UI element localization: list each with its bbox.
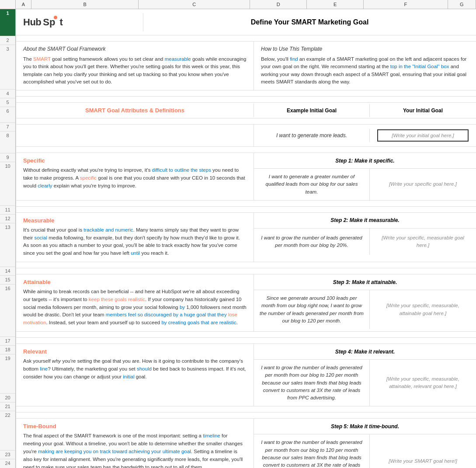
row-9-spacer <box>16 147 476 153</box>
row-num-2[interactable]: 2 <box>0 36 15 45</box>
col-header-a[interactable]: A <box>16 0 31 9</box>
col-header-e[interactable]: E <box>307 0 364 9</box>
row-num-3[interactable]: 3 <box>0 45 15 90</box>
row-num-15[interactable]: 15 <box>0 276 15 284</box>
step3-content: Since we generate around 100 leads per m… <box>254 290 476 329</box>
step3-header: Step 3: Make it attainable. <box>254 274 476 290</box>
row-num-7[interactable]: 7 <box>0 123 15 132</box>
row-num-6[interactable]: 6 <box>0 107 15 123</box>
row-num-21[interactable]: 21 <box>0 402 15 411</box>
left-intro-body: The SMART goal setting framework allows … <box>23 55 247 86</box>
row-num-17[interactable]: 17 <box>0 337 15 346</box>
step5-your[interactable]: [Write your SMART goal here!] <box>370 434 476 468</box>
hl14: initial <box>123 374 134 379</box>
specific-left: Specific Without defining exactly what y… <box>16 153 254 200</box>
step2-content: I want to grow the number of leads gener… <box>254 229 476 255</box>
hl16: making are keeping you on track toward a… <box>38 449 191 454</box>
hl12: line <box>40 366 48 371</box>
row-21-spacer <box>16 413 476 419</box>
smart-header-right: Example Initial Goal Your Initial Goal <box>254 104 476 117</box>
measurable-left: Measurable It's crucial that your goal i… <box>16 213 254 262</box>
left-empty-8 <box>16 125 254 146</box>
page-title: Define Your SMART Marketing Goal <box>143 15 476 30</box>
timebound-left: Time-Bound The final aspect of the SMART… <box>16 419 254 468</box>
timebound-label: Time-Bound <box>23 423 247 430</box>
example-initial-goal: I want to generate more leads. <box>254 129 370 142</box>
column-headers: A B C D E F G <box>0 0 476 9</box>
step4-your[interactable]: [Write your specific, measurable, attain… <box>370 360 476 406</box>
row-num-20[interactable]: 20 <box>0 394 15 402</box>
right-intro-title: How to Use This Template <box>261 46 469 52</box>
row-num-10[interactable]: 10 <box>0 162 15 206</box>
hubspot-sp: Sp <box>43 17 55 28</box>
hubspot-logo: Hub Sp t <box>23 17 63 28</box>
title-row: Hub Sp t Define Your SMART Marketing Goa… <box>16 9 476 35</box>
row-num-14[interactable]: 14 <box>0 267 15 276</box>
row-num-13[interactable]: 13 <box>0 223 15 267</box>
content-area: 1 2 3 4 5 6 7 8 9 10 11 12 13 14 15 16 1… <box>0 9 476 468</box>
your-initial-goal-input[interactable]: [Write your initial goal here.] <box>377 129 468 142</box>
row-2-spacer <box>16 35 476 42</box>
row-7-spacer <box>16 118 476 125</box>
why-italic: why <box>52 358 61 364</box>
step1-label: Step 1: Make it specific. <box>335 158 394 164</box>
step1-your[interactable]: [Write your specific goal here.] <box>370 169 476 200</box>
row-num-24[interactable]: 24 <box>0 459 15 468</box>
row-17-spacer <box>16 332 476 338</box>
row-num-1[interactable]: 1 <box>0 9 15 36</box>
hl15: timeline <box>203 433 220 438</box>
hubspot-text-1: Hub <box>23 17 41 28</box>
right-intro-body: Below, you'll find an example of a SMART… <box>261 55 469 86</box>
row-num-23[interactable]: 23 <box>0 451 15 459</box>
col-header-g[interactable]: G <box>448 0 476 9</box>
hubspot-dot-icon <box>54 16 57 19</box>
smart-highlight: SMART <box>33 56 51 62</box>
hl8: by <box>180 305 185 310</box>
col-header-d[interactable]: D <box>250 0 307 9</box>
hl7: keep these goals realistic <box>89 297 145 302</box>
step1-example: I want to generate a greater number of q… <box>254 169 370 200</box>
row-num-5[interactable]: 5 <box>0 98 15 107</box>
row-num-22[interactable]: 22 <box>0 411 15 451</box>
step-specific-row: Specific Without defining exactly what y… <box>16 153 476 201</box>
step4-example: I want to grow the number of leads gener… <box>254 360 370 406</box>
row-num-4[interactable]: 4 <box>0 90 15 98</box>
row-num-18[interactable]: 18 <box>0 346 15 354</box>
col-header-b[interactable]: B <box>31 0 139 9</box>
hl3: clearly <box>38 183 52 188</box>
row-20-spacer <box>16 406 476 413</box>
row-num-8[interactable]: 8 <box>0 132 15 153</box>
step3-your[interactable]: [Write your specific, measurable, attain… <box>370 290 476 329</box>
hl1: difficult to outline the steps <box>152 167 211 173</box>
step5-header: Step 5: Make it time-bound. <box>254 419 476 434</box>
col-header-f[interactable]: F <box>364 0 448 9</box>
relevant-right: Step 4: Make it relevant. I want to grow… <box>254 344 476 406</box>
row-num-16[interactable]: 16 <box>0 284 15 337</box>
row-num-19[interactable]: 19 <box>0 354 15 394</box>
timebound-right: Step 5: Make it time-bound. I want to gr… <box>254 419 476 468</box>
logo-cell: Hub Sp t <box>16 13 143 31</box>
hl13: should <box>137 366 152 371</box>
specific-body: Without defining exactly what you're try… <box>23 166 247 190</box>
hl6: until <box>131 250 140 256</box>
step5-label: Step 5: Make it time-bound. <box>331 423 399 430</box>
relevant-body: Ask yourself why you're setting the goal… <box>23 357 247 381</box>
find-highlight: find <box>290 56 298 62</box>
row-numbers: 1 2 3 4 5 6 7 8 9 10 11 12 13 14 15 16 1… <box>0 9 16 468</box>
step3-example: Since we generate around 100 leads per m… <box>254 290 370 329</box>
right-intro-panel: How to Use This Template Below, you'll f… <box>254 42 476 90</box>
step2-your[interactable]: [Write your specific, measurable goal he… <box>370 229 476 255</box>
hl5: social <box>35 235 47 240</box>
row-num-9[interactable]: 9 <box>0 153 15 162</box>
your-goal-cell: [Write your initial goal here.] <box>370 126 476 145</box>
row-num-11[interactable]: 11 <box>0 206 15 215</box>
row-18-spacer <box>16 338 476 344</box>
measurable-highlight: measurable <box>165 56 191 62</box>
specific-label: Specific <box>23 157 247 164</box>
attainable-body: While aiming to break records can be ben… <box>23 288 247 327</box>
row-num-12[interactable]: 12 <box>0 215 15 223</box>
attainable-left: Attainable While aiming to break records… <box>16 274 254 331</box>
col-header-c[interactable]: C <box>139 0 250 9</box>
measurable-body: It's crucial that your goal is trackable… <box>23 226 247 257</box>
step-attainable-row: Attainable While aiming to break records… <box>16 274 476 332</box>
